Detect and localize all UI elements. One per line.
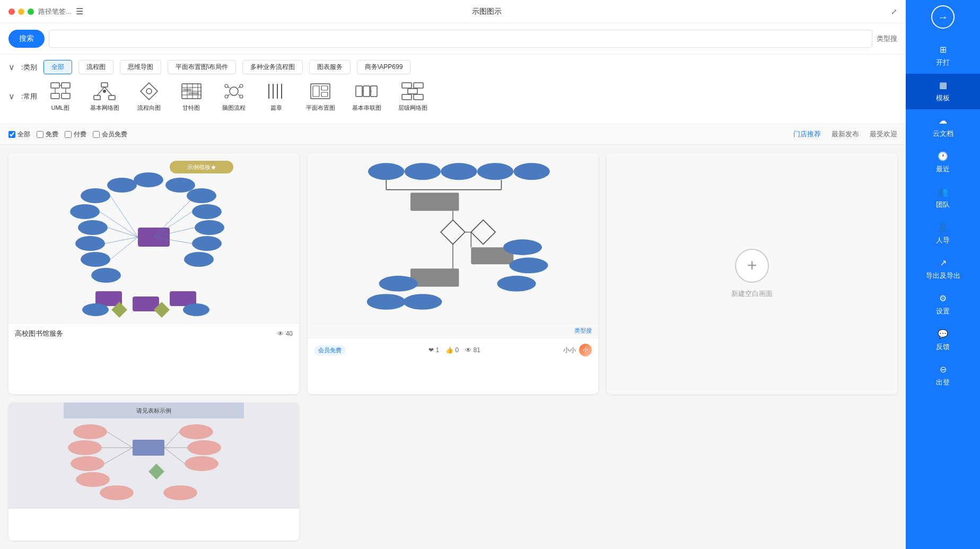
svg-line-80 — [154, 196, 195, 237]
sort-recommend[interactable]: 门店推荐 — [793, 129, 821, 139]
card-3-plus-button[interactable]: + — [735, 249, 769, 283]
sidebar-item-open[interactable]: ⊞ 开打 — [906, 38, 980, 74]
filter-icon-gantt[interactable]: 甘特图 — [174, 79, 208, 114]
svg-point-88 — [513, 163, 550, 180]
venn-label: 篇章 — [270, 104, 282, 112]
card-2-thumbs: 👍 0 — [445, 346, 459, 354]
svg-line-31 — [228, 94, 230, 95]
svg-marker-13 — [141, 83, 158, 100]
fullscreen-icon[interactable]: ⤢ — [891, 7, 897, 16]
svg-line-79 — [110, 237, 138, 259]
category-expand-button[interactable]: ∨ — [8, 62, 15, 72]
close-window-button[interactable] — [8, 8, 15, 15]
sidebar-item-label-templates: 模板 — [936, 93, 950, 103]
sidebar-arrow-button[interactable]: → — [931, 5, 955, 29]
filter-chip-business[interactable]: 多种业务流程图 — [242, 60, 303, 74]
svg-point-66 — [192, 236, 222, 251]
checkbox-all[interactable]: 全部 — [8, 130, 30, 139]
app-title: 示图图示 — [472, 7, 502, 16]
filter-icon-layered[interactable]: 层级网络图 — [394, 79, 432, 114]
main-content: ...路径笔签 ☰ 示图图示 ⤢ 搜索 类型搜 ∨ 类别: 全部 流程图 思维导… — [0, 0, 906, 549]
search-input[interactable] — [49, 30, 872, 48]
svg-point-12 — [103, 90, 106, 93]
sidebar-item-cloud[interactable]: ☁ 云文档 — [906, 109, 980, 145]
search-button[interactable]: 搜索 — [8, 30, 45, 48]
sidebar-item-logout[interactable]: ⊖ 出登 — [906, 358, 980, 394]
card-1[interactable]: 示例模板★ — [8, 153, 299, 394]
svg-point-54 — [81, 188, 110, 203]
filter-chip-flowchart[interactable]: 流程图 — [78, 60, 113, 74]
filter-icon-venn[interactable]: 篇章 — [259, 79, 293, 114]
mind-label: 脑图流程 — [222, 104, 246, 112]
svg-rect-41 — [356, 86, 362, 97]
card-3-preview: + 新建空白画面 — [607, 153, 897, 394]
filter-icon-flat-layout[interactable]: 平面布置图 — [302, 79, 339, 114]
minimize-window-button[interactable] — [18, 8, 24, 15]
common-expand-button[interactable]: ∨ — [8, 91, 15, 101]
svg-rect-40 — [321, 92, 328, 97]
svg-point-14 — [146, 89, 152, 94]
layered-label: 层级网络图 — [398, 104, 427, 112]
feedback-icon: 💬 — [938, 329, 948, 339]
sidebar: → ⊞ 开打 ▦ 模板 ☁ 云文档 🕐 最近 👥 团队 👤 人导 ↗ 导出及导出… — [906, 0, 980, 549]
gantt-icon — [179, 81, 204, 102]
svg-point-111 — [68, 440, 102, 455]
filter-chip-layout[interactable]: 平面布置图\布局件 — [168, 60, 236, 74]
sidebar-item-label-person: 人导 — [936, 236, 950, 245]
filter-icon-mind[interactable]: 脑图流程 — [217, 79, 251, 114]
sidebar-item-templates[interactable]: ▦ 模板 — [906, 74, 980, 109]
svg-rect-38 — [313, 86, 319, 97]
sort-popular[interactable]: 最受欢迎 — [870, 129, 897, 139]
svg-point-59 — [91, 268, 121, 283]
card-4[interactable]: 请见表标示例 — [8, 403, 299, 541]
filter-chip-app[interactable]: 商务\APP699 — [357, 60, 410, 74]
category-filter-row: ∨ 类别: 全部 流程图 思维导图 平面布置图\布局件 多种业务流程图 图表服务… — [8, 60, 897, 74]
sidebar-item-label-settings: 设置 — [936, 307, 950, 316]
network-label: 基本网络图 — [90, 104, 119, 112]
flat-layout-icon — [308, 81, 333, 102]
card-3-blank[interactable]: + 新建空白画面 — [607, 153, 897, 394]
filter-section: ∨ 类别: 全部 流程图 思维导图 平面布置图\布局件 多种业务流程图 图表服务… — [0, 55, 906, 124]
svg-rect-8 — [94, 95, 100, 100]
filter-chip-chart[interactable]: 图表服务 — [309, 60, 351, 74]
search-bar: 搜索 类型搜 — [0, 23, 906, 55]
window-controls — [8, 8, 34, 15]
filter-icon-basic-serial[interactable]: 基本串联图 — [348, 79, 386, 114]
common-label: 常用: — [21, 92, 37, 101]
filter-chip-mindmap[interactable]: 思维导图 — [120, 60, 161, 74]
sidebar-item-recent[interactable]: 🕐 最近 — [906, 145, 980, 180]
mind-icon — [221, 81, 247, 102]
svg-point-74 — [183, 303, 209, 316]
svg-point-85 — [405, 163, 441, 180]
svg-rect-47 — [414, 83, 423, 88]
sidebar-item-feedback[interactable]: 💬 反馈 — [906, 323, 980, 358]
svg-rect-1 — [62, 83, 70, 88]
svg-line-32 — [238, 94, 240, 95]
flowchart-basic-icon — [136, 81, 162, 102]
svg-line-122 — [104, 448, 133, 464]
card-2-stats: ❤ 1 👍 0 👁 81 — [428, 346, 480, 354]
sort-newest[interactable]: 最新发布 — [832, 129, 859, 139]
card-1-preview: 示例模板★ — [8, 153, 299, 323]
common-filter-row: ∨ 常用: UML图 — [8, 79, 897, 114]
filter-icon-network[interactable]: 基本网络图 — [86, 79, 124, 114]
svg-point-25 — [225, 84, 228, 88]
sidebar-item-group[interactable]: 👥 团队 — [906, 180, 980, 216]
card-2[interactable]: 类型搜 会员免费 ❤ 1 👍 0 👁 81 小小 小 — [308, 153, 598, 394]
card-2-likes: ❤ 1 — [428, 346, 439, 354]
svg-point-64 — [192, 204, 222, 219]
sidebar-item-settings[interactable]: ⚙ 设置 — [906, 287, 980, 323]
checkbox-free[interactable]: 免费 — [37, 130, 58, 139]
svg-rect-9 — [109, 95, 115, 100]
checkbox-member[interactable]: 会员免费 — [93, 130, 127, 139]
svg-point-87 — [477, 163, 514, 180]
sidebar-item-export[interactable]: ↗ 导出及导出 — [906, 251, 980, 287]
filter-icon-flowchart-basic[interactable]: 流程向图 — [132, 79, 166, 114]
maximize-window-button[interactable] — [28, 8, 34, 15]
sidebar-item-person[interactable]: 👤 人导 — [906, 216, 980, 251]
settings-icon: ⚙ — [939, 293, 947, 303]
filter-chip-all[interactable]: 全部 — [43, 60, 72, 74]
filter-icon-uml[interactable]: UML图 — [43, 79, 77, 114]
checkbox-paid[interactable]: 付费 — [65, 130, 86, 139]
svg-text:请见表标示例: 请见表标示例 — [136, 407, 171, 414]
